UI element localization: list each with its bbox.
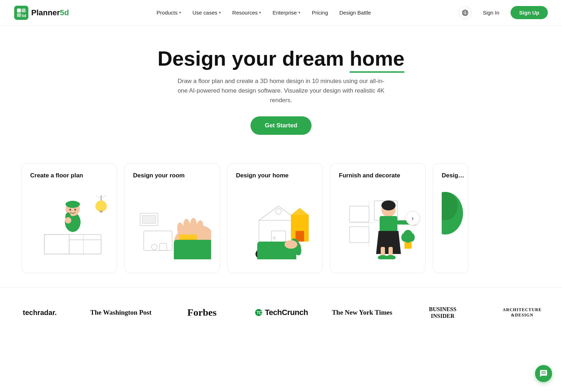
nav-resources[interactable]: Resources ▾ (227, 7, 266, 18)
svg-rect-55 (349, 227, 369, 243)
card-furnish-title: Furnish and decorate (339, 172, 417, 179)
hero-title-highlight: home (349, 47, 404, 71)
nav-links: Products ▾ Use cases ▾ Resources ▾ Enter… (151, 7, 376, 18)
chevron-down-icon: ▾ (259, 10, 261, 15)
business-insider-logo-text: BUSINESS INSIDER (429, 306, 456, 319)
logo-link[interactable]: 5d Planner5d (14, 6, 69, 20)
nytimes-logo-text: The New York Times (332, 309, 392, 316)
svg-rect-10 (44, 234, 69, 254)
card-design-room-illustration (133, 185, 211, 263)
washington-post-logo-text: The Washington Post (90, 309, 151, 316)
nav-use-cases[interactable]: Use cases ▾ (188, 7, 226, 18)
svg-line-25 (96, 195, 101, 198)
svg-marker-46 (291, 208, 309, 215)
svg-rect-27 (144, 231, 172, 250)
svg-point-44 (276, 209, 281, 214)
card-floor-plan-title: Create a floor plan (30, 172, 108, 179)
svg-text:5d: 5d (22, 13, 26, 18)
press-logo-techradar: techradar. (0, 302, 79, 323)
svg-rect-29 (160, 243, 167, 250)
svg-point-35 (190, 218, 197, 236)
card-design-room-title: Design your room (133, 172, 211, 179)
press-logos-row: techradar. The Washington Post Forbes TC… (0, 302, 562, 323)
svg-point-17 (70, 209, 71, 211)
logo-icon: 5d (14, 6, 28, 20)
techcrunch-logo-text: TC TechCrunch (255, 308, 308, 317)
svg-point-70 (401, 233, 408, 242)
hero-title: Design your dream home (14, 47, 548, 71)
svg-rect-0 (17, 9, 21, 12)
navbar: 5d Planner5d Products ▾ Use cases ▾ Reso… (0, 0, 562, 26)
nav-pricing[interactable]: Pricing (307, 7, 333, 18)
nav-enterprise[interactable]: Enterprise ▾ (268, 7, 305, 18)
card-floor-plan-illustration (30, 185, 108, 263)
press-logo-techcrunch: TC TechCrunch (242, 302, 321, 323)
svg-rect-2 (17, 13, 21, 17)
svg-text:TC: TC (257, 310, 262, 315)
feature-cards-section: Create a floor plan (0, 149, 562, 287)
svg-rect-11 (69, 240, 101, 254)
svg-point-65 (386, 255, 396, 259)
svg-rect-38 (179, 234, 197, 239)
hero-subtitle: Draw a floor plan and create a 3D home d… (175, 76, 387, 105)
svg-point-59 (381, 200, 396, 210)
forbes-logo-text: Forbes (187, 307, 216, 318)
svg-rect-53 (349, 206, 369, 222)
svg-point-28 (151, 244, 157, 250)
card-design-home-illustration (236, 185, 314, 263)
card-furnish: Furnish and decorate (330, 163, 426, 273)
svg-rect-39 (174, 240, 211, 259)
svg-line-26 (101, 195, 106, 198)
svg-point-52 (285, 240, 297, 249)
card-partial-title: Desig… (442, 172, 459, 179)
arch-design-logo-text: ARCHITECTURE &DESIGN (503, 307, 542, 318)
hero-section: Design your dream home Draw a floor plan… (0, 26, 562, 149)
carousel-next-button[interactable]: › (406, 211, 420, 225)
card-design-room: Design your room (124, 163, 220, 273)
svg-rect-60 (380, 216, 397, 232)
svg-rect-9 (44, 234, 101, 254)
get-started-button[interactable]: Get Started (250, 116, 312, 135)
chevron-down-icon: ▾ (298, 10, 301, 15)
press-logo-forbes: Forbes (162, 302, 242, 323)
nav-design-battle[interactable]: Design Battle (334, 7, 376, 18)
card-partial: Desig… (433, 163, 468, 273)
svg-rect-16 (66, 203, 80, 205)
svg-point-21 (95, 200, 107, 212)
logo-text: Planner5d (31, 8, 69, 17)
card-floor-plan: Create a floor plan (21, 163, 117, 273)
card-design-home: Design your home (227, 163, 323, 273)
card-design-home-title: Design your home (236, 172, 314, 179)
svg-point-20 (65, 217, 71, 223)
signup-button[interactable]: Sign Up (511, 6, 548, 19)
techradar-logo-text: techradar. (23, 309, 57, 317)
language-selector-button[interactable] (459, 6, 472, 19)
svg-rect-1 (22, 9, 26, 12)
svg-point-71 (408, 233, 415, 242)
cards-row: Create a floor plan (21, 163, 541, 273)
nav-actions: Sign In Sign Up (459, 6, 548, 19)
press-section: techradar. The Washington Post Forbes TC… (0, 287, 562, 337)
svg-rect-22 (100, 211, 103, 212)
nav-products[interactable]: Products ▾ (151, 7, 186, 18)
press-logo-arch-design: ARCHITECTURE &DESIGN (483, 302, 562, 323)
press-logo-business-insider: BUSINESS INSIDER (403, 302, 483, 323)
press-logo-washington-post: The Washington Post (79, 302, 162, 323)
card-furnish-illustration (339, 185, 417, 263)
svg-point-43 (273, 237, 275, 239)
svg-point-18 (75, 209, 76, 211)
chevron-down-icon: ▾ (219, 10, 221, 15)
press-logo-nytimes: The New York Times (321, 302, 403, 323)
chevron-down-icon: ▾ (179, 10, 181, 15)
svg-rect-31 (142, 215, 156, 223)
signin-button[interactable]: Sign In (476, 7, 507, 18)
